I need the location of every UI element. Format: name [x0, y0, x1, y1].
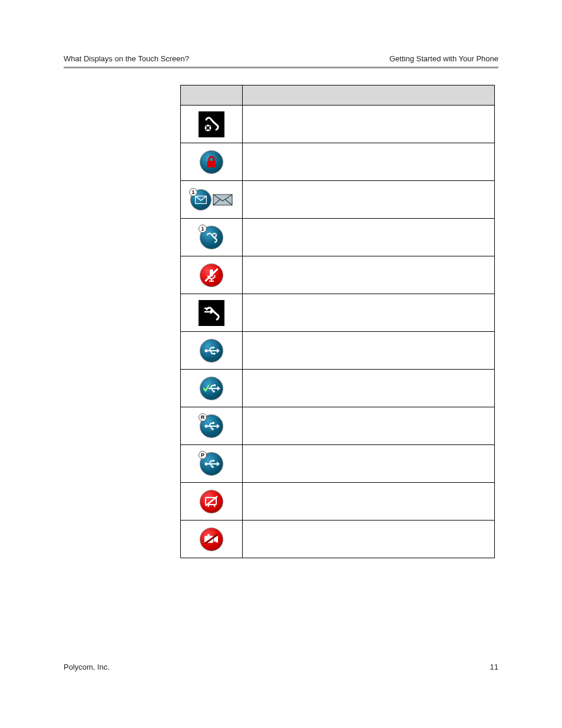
svg-marker-25: [217, 462, 220, 466]
svg-rect-5: [210, 269, 213, 276]
table-cell-description: [243, 106, 495, 143]
table-row: [181, 332, 495, 370]
table-cell-description: [243, 445, 495, 483]
svg-rect-1: [207, 161, 216, 167]
usb-icon: [200, 339, 223, 363]
svg-marker-20: [217, 424, 220, 429]
table-cell-description: [243, 483, 495, 521]
svg-marker-11: [217, 348, 220, 353]
svg-point-13: [213, 353, 216, 355]
table-row: [181, 143, 495, 181]
envelope-flat-icon: [213, 194, 233, 206]
table-cell-description: [243, 407, 495, 445]
table-row: R: [181, 407, 495, 445]
header-section-title: What Displays on the Touch Screen?: [64, 54, 189, 63]
table-header-row: [181, 85, 495, 106]
svg-rect-32: [207, 534, 210, 539]
table-header-description: [243, 85, 495, 106]
presentation-off-icon: [200, 490, 223, 513]
table-row: P: [181, 445, 495, 483]
lock-icon: [200, 150, 223, 174]
footer-page-number: 11: [490, 663, 498, 671]
table-row: [181, 483, 495, 521]
svg-point-17: [213, 390, 215, 393]
svg-marker-15: [217, 386, 220, 391]
header-chapter-title: Getting Started with Your Phone: [389, 54, 498, 63]
phone-dnd-icon: [199, 111, 224, 137]
table-cell-description: [243, 181, 495, 219]
table-cell-description: [243, 332, 495, 370]
svg-rect-16: [214, 384, 216, 386]
svg-rect-12: [213, 347, 214, 348]
table-row: [181, 256, 495, 294]
table-header-icon: [181, 85, 243, 106]
mic-mute-icon: [200, 263, 223, 287]
video-mute-icon: [200, 528, 223, 551]
message-count-badge: 1: [189, 188, 197, 196]
table-cell-description: [243, 143, 495, 181]
table-cell-description: [243, 521, 495, 558]
table-row: [181, 294, 495, 332]
table-row: 1: [181, 181, 495, 219]
messages-icon: 1: [190, 189, 211, 210]
icon-reference-table: 1: [180, 85, 495, 558]
paused-badge: P: [199, 451, 207, 459]
usb-check-icon: [200, 377, 223, 400]
svg-point-22: [211, 428, 214, 430]
table-cell-description: [243, 370, 495, 407]
table-row: [181, 521, 495, 558]
table-row: [181, 106, 495, 143]
footer-company: Polycom, Inc.: [64, 663, 110, 671]
table-row: 1: [181, 219, 495, 256]
table-cell-description: [243, 256, 495, 294]
missed-count-badge: 1: [199, 225, 207, 233]
recording-badge: R: [199, 413, 207, 421]
call-forward-icon: [199, 300, 224, 326]
table-cell-description: [243, 219, 495, 256]
svg-point-27: [211, 466, 214, 468]
header-divider: [64, 67, 498, 68]
svg-rect-21: [213, 422, 214, 424]
table-cell-description: [243, 294, 495, 332]
svg-rect-26: [213, 460, 214, 462]
missed-call-icon: 1: [200, 226, 223, 249]
usb-paused-icon: P: [200, 452, 223, 476]
table-row: [181, 370, 495, 407]
usb-recording-icon: R: [200, 414, 223, 438]
